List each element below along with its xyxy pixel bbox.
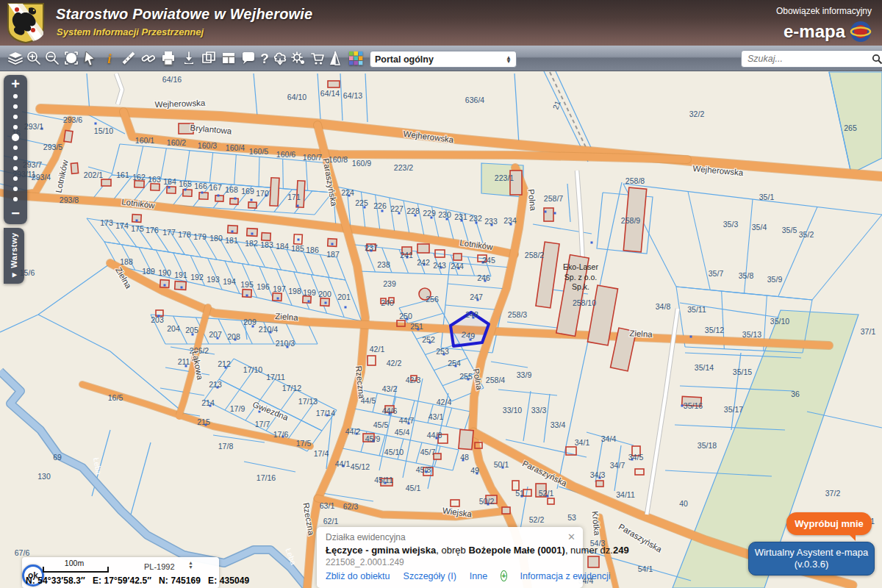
emapa-logo-text: e-mapa [784,21,845,42]
svg-text:62/3: 62/3 [343,502,359,511]
info-icon[interactable]: i [100,49,119,68]
svg-text:174: 174 [115,221,129,230]
svg-text:237: 237 [365,243,378,252]
zoom-level-dot[interactable] [13,94,18,98]
emapa-logo: e-mapa [784,21,872,43]
svg-text:258/4: 258/4 [486,376,505,384]
svg-text:204: 204 [167,324,180,333]
svg-text:163: 163 [148,175,161,184]
popup-link[interactable]: Informacja z ewidencji [520,571,611,581]
svg-text:190: 190 [158,268,171,277]
svg-text:225: 225 [355,198,368,207]
svg-text:35/10: 35/10 [770,317,789,326]
map-canvas[interactable]: 64/1664/1064/1464/13636/42132/226515/101… [0,71,882,588]
search-icon[interactable] [872,54,882,65]
svg-text:173: 173 [100,218,113,227]
svg-text:45/4: 45/4 [395,428,410,437]
zoom-level-dot[interactable] [13,156,18,160]
svg-text:17/14: 17/14 [316,409,335,417]
svg-text:33/9: 33/9 [517,370,532,379]
zoom-level-dot[interactable] [13,166,18,171]
svg-text:35/13: 35/13 [742,330,761,339]
svg-text:215: 215 [197,417,210,426]
zoom-in-button[interactable]: + [4,76,27,93]
cursor-icon[interactable] [80,49,99,68]
coord-value: E: 17°59′42.5″ [93,576,151,586]
select-area-icon[interactable] [62,49,81,68]
measure-icon[interactable] [119,49,138,68]
svg-text:33/4: 33/4 [551,420,566,429]
svg-text:62/1: 62/1 [323,517,339,526]
svg-text:160/7: 160/7 [303,153,322,162]
svg-text:?: ? [260,51,269,66]
svg-text:169: 169 [241,187,254,196]
info-obligation-link[interactable]: Obowiązek informacyjny [776,6,872,16]
portal-select[interactable]: Portal ogólny ▲▼ [370,51,517,68]
svg-text:64/14: 64/14 [320,89,340,98]
svg-text:197: 197 [273,284,286,293]
zoom-level-dot-current[interactable] [12,134,19,141]
svg-text:243: 243 [433,261,446,270]
svg-text:293/6: 293/6 [63,115,82,124]
svg-text:198: 198 [288,287,301,295]
close-icon[interactable]: ✕ [567,531,576,542]
svg-text:36: 36 [791,390,800,398]
svg-text:233: 233 [484,217,498,226]
svg-text:50/1: 50/1 [494,460,509,469]
svg-text:168: 168 [225,185,238,194]
cloud-download-icon[interactable] [270,49,290,68]
virtual-assistant-button[interactable]: Wirtualny Asystent e-mapa (v.0.3.6) [748,542,875,576]
svg-text:293/5: 293/5 [43,143,62,151]
svg-text:42/4: 42/4 [437,398,452,406]
search-box[interactable] [741,50,882,68]
zoom-out-icon[interactable] [43,49,62,68]
zoom-level-dot[interactable] [13,197,18,201]
zoom-level-dot[interactable] [13,115,18,119]
zoom-in-icon[interactable] [24,49,43,68]
svg-text:35/4: 35/4 [752,223,767,232]
svg-text:17/10: 17/10 [243,365,262,374]
svg-text:35/14: 35/14 [695,363,714,372]
zoom-level-dot[interactable] [13,104,18,109]
svg-text:244: 244 [451,262,464,270]
link-icon[interactable] [139,49,158,68]
layers-panel-tab[interactable]: ▼ Warstwy [4,228,24,284]
svg-text:67/6: 67/6 [15,548,30,557]
popup-link[interactable]: Szczegóły (I) [404,571,456,581]
svg-text:251: 251 [410,322,423,331]
coordinates-readout: N: 54°33′58.3″E: 17°59′42.5″N: 745169E: … [26,576,257,586]
popup-link[interactable]: Inne [470,571,487,581]
legend-colors-icon[interactable] [346,49,365,68]
print-icon[interactable] [159,49,178,68]
zoom-level-dot[interactable] [13,176,18,181]
zoom-level-dot[interactable] [13,187,18,191]
svg-text:256: 256 [426,295,439,304]
svg-text:160/6: 160/6 [276,150,295,159]
svg-text:44/1: 44/1 [335,459,351,468]
zoom-out-button[interactable]: − [4,206,27,222]
svg-text:34/1: 34/1 [575,438,590,447]
svg-text:51: 51 [515,489,524,498]
crs-select-arrows-icon[interactable]: ▲▼ [188,561,193,570]
settings-icon[interactable] [289,49,308,68]
north-arrow-icon[interactable] [326,49,345,68]
layers-icon[interactable] [6,49,25,68]
cart-icon[interactable] [308,49,327,68]
plus-circle-icon[interactable]: + [501,570,506,581]
popup-link[interactable]: Zbliż do obiektu [326,571,390,581]
svg-text:205: 205 [185,326,198,334]
svg-text:208: 208 [227,332,240,341]
svg-text:45/11: 45/11 [374,476,393,484]
svg-text:241: 241 [400,251,413,259]
svg-text:45/8: 45/8 [416,465,431,474]
svg-text:234: 234 [503,216,517,225]
assistant-button-line1: Wirtualny Asystent e-mapa [749,547,874,559]
duplicate-view-icon[interactable] [199,49,218,68]
crs-select[interactable]: PL-1992 [144,562,175,571]
zoom-level-dot[interactable] [13,146,18,150]
download-icon[interactable] [179,49,198,68]
layout-panels-icon[interactable] [219,49,238,68]
zoom-level-dot[interactable] [13,125,18,129]
search-input[interactable] [746,53,859,65]
svg-text:258/3: 258/3 [508,310,527,319]
